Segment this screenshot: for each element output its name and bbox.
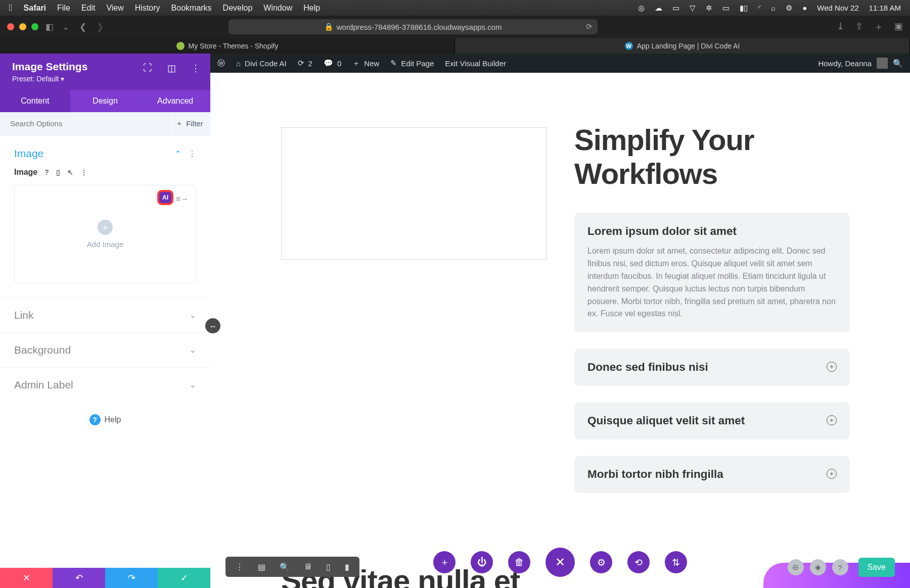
section-admin-label[interactable]: Admin Label⌄: [0, 367, 210, 402]
menubar-date[interactable]: Wed Nov 22: [817, 4, 858, 12]
back-button[interactable]: ❮: [78, 22, 88, 32]
redo-button[interactable]: ↷: [105, 568, 158, 588]
image-upload-area[interactable]: AI ≡→ ＋ Add Image: [14, 185, 196, 283]
comments[interactable]: 💬 0: [324, 59, 341, 68]
section-link[interactable]: Link⌄: [0, 298, 210, 332]
field-more-icon[interactable]: ⋮: [80, 168, 87, 176]
zoom-out-icon[interactable]: ⊝: [788, 559, 804, 575]
maximize-window[interactable]: [31, 23, 38, 30]
delete-icon[interactable]: 🗑: [508, 551, 530, 573]
headline[interactable]: Simplify Your Workflows: [574, 123, 850, 190]
preset-dropdown[interactable]: Preset: Default ▾: [12, 75, 198, 83]
swap-icon[interactable]: ⇅: [665, 551, 687, 573]
close-window[interactable]: [7, 23, 14, 30]
new-tab-icon[interactable]: ＋: [874, 21, 883, 33]
help-icon[interactable]: ?: [44, 168, 49, 176]
share-icon[interactable]: ⇪: [855, 21, 863, 33]
menu-history[interactable]: History: [135, 4, 160, 13]
filter-button[interactable]: ＋ Filter: [168, 112, 210, 135]
section-image-header[interactable]: Image ⌃ ⋮: [0, 142, 210, 165]
admin-search-icon[interactable]: 🔍: [893, 59, 903, 68]
help-icon[interactable]: ?: [832, 559, 848, 575]
tab-content[interactable]: Content: [0, 90, 70, 112]
desktop-icon[interactable]: 🖥: [304, 562, 312, 571]
phone-icon[interactable]: ▯: [56, 168, 60, 176]
menu-help[interactable]: Help: [303, 4, 320, 13]
spotlight-icon[interactable]: ⌕: [771, 4, 776, 12]
more-icon[interactable]: ⋮: [191, 63, 200, 74]
cancel-button[interactable]: ✕: [0, 568, 53, 588]
section-more-icon[interactable]: ⋮: [188, 149, 196, 159]
section-background[interactable]: Background⌄: [0, 332, 210, 367]
confirm-button[interactable]: ✓: [158, 568, 210, 588]
keyboard-icon[interactable]: ▭: [722, 4, 730, 13]
exit-visual-builder[interactable]: Exit Visual Builder: [445, 59, 506, 68]
site-name[interactable]: ⌂ Divi Code AI: [236, 59, 287, 68]
accordion-item[interactable]: Lorem ipsum dolor sit amet Lorem ipsum d…: [574, 213, 850, 332]
zoom-icon[interactable]: 🔍: [280, 562, 290, 572]
updates[interactable]: ⟳ 2: [298, 59, 312, 68]
menu-develop[interactable]: Develop: [223, 4, 253, 13]
battery-icon[interactable]: ▮▯: [740, 4, 748, 13]
sidebar-toggle-icon[interactable]: ◧: [46, 22, 54, 32]
minimize-window[interactable]: [19, 23, 26, 30]
power-icon[interactable]: ⏻: [471, 551, 493, 573]
history-icon[interactable]: ⟲: [627, 551, 650, 573]
add-image-icon[interactable]: ＋: [98, 220, 113, 235]
downloads-icon[interactable]: ⤓: [837, 21, 844, 33]
tabs-icon[interactable]: ▣: [894, 21, 903, 33]
save-button[interactable]: Save: [858, 558, 895, 577]
user-avatar[interactable]: [877, 58, 888, 69]
add-button[interactable]: ＋: [433, 551, 456, 573]
dynamic-content-icon[interactable]: ≡→: [176, 194, 189, 204]
page-canvas[interactable]: Simplify Your Workflows Lorem ipsum dolo…: [210, 73, 910, 588]
settings-icon[interactable]: ⚙: [590, 551, 612, 573]
browser-tab-shopify[interactable]: My Store - Themes - Shopify: [0, 38, 455, 54]
app-name[interactable]: Safari: [24, 4, 46, 13]
collapse-icon[interactable]: ⌃: [174, 149, 181, 159]
wp-logo[interactable]: ⓦ: [217, 59, 225, 68]
reload-icon[interactable]: ⟳: [586, 22, 593, 31]
phone-icon[interactable]: ▮: [345, 562, 349, 572]
tab-advanced[interactable]: Advanced: [140, 90, 210, 112]
airdrop-icon[interactable]: ▽: [690, 4, 696, 13]
undo-button[interactable]: ↶: [53, 568, 105, 588]
responsive-preview-icon[interactable]: ⛶: [143, 63, 152, 74]
image-module-placeholder[interactable]: [281, 127, 547, 260]
menu-window[interactable]: Window: [263, 4, 292, 13]
more-icon[interactable]: ⋮: [236, 562, 244, 572]
panel-resize-handle[interactable]: ↔: [205, 318, 220, 333]
accordion-item[interactable]: ＋ Donec sed finibus nisi: [574, 349, 850, 386]
menu-file[interactable]: File: [57, 4, 70, 13]
howdy-text[interactable]: Howdy, Deanna: [818, 59, 872, 68]
status-icon[interactable]: ◎: [638, 4, 645, 13]
ai-button[interactable]: AI: [157, 190, 173, 205]
sidebar-dropdown[interactable]: ⌄: [61, 22, 71, 32]
accordion-item[interactable]: ＋ Morbi tortor nibh fringilla: [574, 456, 850, 493]
help-link[interactable]: ?Help: [0, 402, 210, 437]
new-button[interactable]: ＋ New: [352, 59, 379, 68]
menu-view[interactable]: View: [106, 4, 123, 13]
layers-icon[interactable]: ◈: [810, 559, 826, 575]
siri-icon[interactable]: ●: [802, 4, 807, 12]
tab-design[interactable]: Design: [70, 90, 141, 112]
wireframe-icon[interactable]: ▤: [258, 562, 265, 572]
wifi-icon[interactable]: ◜: [758, 4, 761, 13]
column-view-icon[interactable]: ◫: [167, 63, 176, 74]
apple-menu-icon[interactable]: : [9, 3, 13, 13]
tablet-icon[interactable]: ▯: [326, 562, 331, 572]
hover-icon[interactable]: ↖: [67, 168, 73, 176]
close-menu-button[interactable]: ✕: [545, 548, 575, 577]
control-center-icon[interactable]: ⚙︎: [786, 4, 792, 13]
folder-icon[interactable]: ▭: [672, 4, 679, 13]
menu-bookmarks[interactable]: Bookmarks: [171, 4, 212, 13]
address-bar[interactable]: 🔒 wordpress-784896-3788616.cloudwaysapps…: [229, 19, 598, 34]
status-icon[interactable]: ☁︎: [655, 4, 662, 13]
search-input[interactable]: [0, 112, 168, 135]
edit-page-button[interactable]: ✎ Edit Page: [390, 59, 434, 68]
menubar-time[interactable]: 11:18 AM: [869, 4, 901, 12]
menu-edit[interactable]: Edit: [81, 4, 96, 13]
bluetooth-icon[interactable]: ✲: [706, 4, 712, 13]
browser-tab-wordpress[interactable]: W App Landing Page | Divi Code AI: [455, 38, 910, 54]
accordion-item[interactable]: ＋ Quisque aliquet velit sit amet: [574, 402, 850, 439]
